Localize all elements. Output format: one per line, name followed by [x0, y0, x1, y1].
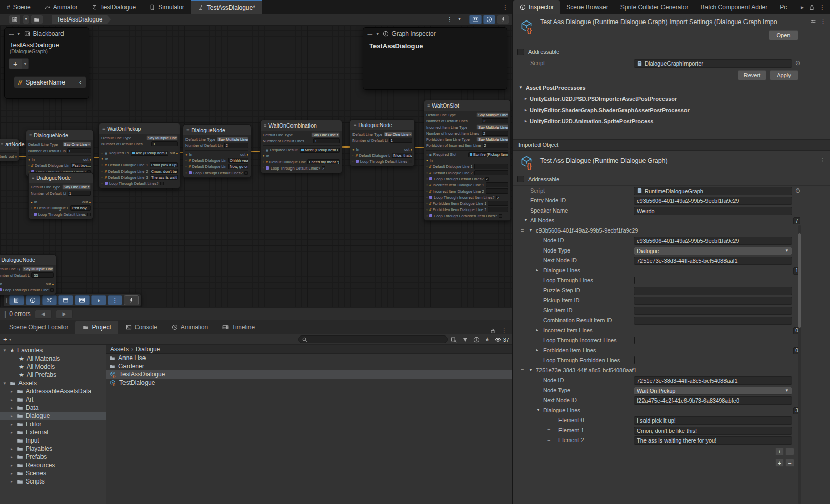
text-input[interactable] [474, 170, 508, 175]
object-field[interactable]: Meat (Pickup Item Data)⊙ [300, 148, 340, 153]
number-input[interactable]: 1 [67, 148, 91, 153]
info-icon[interactable] [473, 337, 480, 343]
checkbox[interactable] [499, 214, 502, 218]
node-foldout-7251e73e[interactable]: =▼7251e73e-38d3-44ff-a8c5-bcf54088aaf1 [513, 366, 830, 376]
enum-dropdown[interactable]: Wait On Pickup▼ [634, 387, 792, 395]
tree-item-playables[interactable]: ▸Playables [0, 445, 106, 453]
field-value-input[interactable]: 7251e73e-38d3-44ff-a8c5-bcf54088aaf1 [634, 376, 792, 385]
array-remove-button[interactable]: − [785, 459, 794, 467]
foldout-open-icon[interactable]: ▼ [529, 228, 533, 233]
more-tabs-icon[interactable]: ▸ [801, 4, 804, 11]
checkbox[interactable]: ✓ [322, 166, 325, 170]
object-picker-icon[interactable]: ⊙ [795, 187, 800, 194]
text-input[interactable]: Now, go on, s [228, 164, 248, 169]
previous-error-button[interactable]: ◀ [35, 310, 52, 319]
node-waitonpickup[interactable]: ≡WaitOnPickupDefault Line TypeSay Multip… [99, 123, 180, 188]
graph-breadcrumb[interactable]: TestAssDialogue [52, 15, 111, 24]
field-value-input[interactable] [634, 297, 792, 305]
next-error-button[interactable]: ▶ [56, 310, 73, 319]
enum-dropdown[interactable]: Say One Line▾ [311, 132, 340, 137]
field-value-input[interactable] [634, 317, 792, 325]
field-value-input[interactable] [634, 307, 792, 315]
foldout-open-icon[interactable]: ▼ [536, 408, 541, 412]
tree-item-art[interactable]: ▸Art [0, 395, 106, 404]
drag-handle-icon[interactable]: = [521, 227, 524, 234]
drag-handle-icon[interactable]: == [9, 31, 14, 37]
node-waitoncombination[interactable]: ≡WaitOnCombinationDefault Line TypeSay O… [260, 120, 342, 173]
tree-item-editor[interactable]: ▸Editor [0, 420, 106, 428]
kebab-icon[interactable]: ⋮ [502, 4, 508, 10]
element-value-input[interactable]: I said pick it up! [634, 416, 792, 425]
enum-dropdown[interactable]: Say Multiple Lines▾ [22, 266, 54, 271]
fold-arrow-icon[interactable]: ▸ [9, 422, 14, 427]
element-value-input[interactable]: Cmon, don't be like this! [634, 427, 792, 435]
tree-item-scenes[interactable]: ▸Scenes [0, 469, 106, 477]
checkbox[interactable] [50, 288, 54, 292]
tree-item-dialogue[interactable]: ▸Dialogue [0, 412, 106, 420]
tree-item-scripts[interactable]: ▸Scripts [0, 477, 106, 486]
out-port[interactable]: out● [170, 151, 178, 155]
file-row-testassdialogue[interactable]: {}TestAssDialogue [106, 370, 512, 379]
toggle-window-button[interactable] [58, 295, 73, 305]
show-in-project-button[interactable] [31, 15, 43, 24]
foldout-open-icon[interactable]: ▼ [529, 368, 533, 372]
node-title-bar[interactable]: ≡WaitOnPickup [99, 123, 180, 134]
scrollbar-thumb[interactable] [798, 233, 801, 328]
number-input[interactable]: 1 [389, 138, 412, 143]
tree-item-prefabs[interactable]: ▸Prefabs [0, 453, 106, 461]
toggle-blackboard-button[interactable] [75, 295, 90, 305]
node-title-bar[interactable]: ≡DialogueNode [350, 120, 414, 130]
out-port[interactable]: out● [9, 154, 17, 159]
out-port[interactable]: out● [82, 200, 91, 204]
array-add-button[interactable]: + [775, 459, 784, 467]
fold-arrow-icon[interactable]: ▸ [9, 430, 14, 435]
tab-scene[interactable]: #Scene [0, 0, 37, 14]
text-input[interactable] [486, 188, 508, 194]
array-add-button[interactable]: + [775, 448, 784, 455]
dialogue-graph-canvas[interactable]: == ▼ Blackboard TestAssDialogue (Dialogu… [0, 26, 512, 307]
toggle-inspector-button[interactable] [26, 295, 40, 305]
add-property-button[interactable]: + [9, 58, 22, 69]
fold-arrow-icon[interactable]: ▸ [9, 479, 14, 484]
number-input[interactable]: 2 [482, 118, 508, 123]
array-remove-button[interactable]: − [785, 448, 794, 455]
collapse-left-icon[interactable]: ‹ [79, 79, 81, 86]
fold-arrow-icon[interactable]: ▸ [9, 414, 14, 418]
graph-inspector-panel[interactable]: == ▼ Graph Inspector TestAssDialogue [363, 27, 507, 90]
search-save-icon[interactable] [451, 337, 457, 343]
toggle-blackboard-button[interactable] [469, 15, 482, 24]
create-asset-dropdown-icon[interactable]: ▼ [9, 338, 12, 341]
checkbox[interactable] [409, 160, 412, 163]
file-row-testdialogue[interactable]: {}TestDialogue [106, 379, 512, 387]
text-input[interactable]: The ass is waiting there for y [150, 175, 178, 180]
node-dialoguenode[interactable]: ≡DialogueNodeDefault Line TypeSay Multip… [183, 124, 251, 178]
tree-item-assets[interactable]: ▼Assets [0, 379, 106, 387]
enum-dropdown[interactable]: Dialogue▼ [634, 247, 792, 255]
text-input[interactable]: I said pick it up! [150, 162, 178, 167]
foldout-closed-icon[interactable]: ▸ [536, 348, 538, 352]
text-input[interactable] [486, 182, 508, 187]
create-asset-button[interactable]: + [3, 335, 7, 343]
foldout-closed-icon[interactable]: ▸ [536, 328, 538, 332]
text-input[interactable] [474, 164, 508, 169]
save-button[interactable] [9, 15, 21, 24]
text-input[interactable] [488, 201, 508, 206]
collapse-icon[interactable]: ▼ [376, 32, 380, 36]
text-input[interactable]: Psst boy,...W [70, 205, 91, 211]
fold-arrow-icon[interactable]: ▸ [9, 471, 14, 476]
node-waitonslot[interactable]: ≡WaitOnSlotDefault Line TypeSay Multiple… [424, 100, 511, 221]
drag-handle-icon[interactable]: == [367, 31, 372, 37]
node-title-bar[interactable]: ≡artNode [0, 139, 19, 150]
tab-batch-component-adder[interactable]: Batch Component Adder [694, 0, 774, 14]
checkbox[interactable] [634, 356, 635, 364]
toggle-minimap-button[interactable]: ◑ [91, 295, 106, 305]
postprocessor-shadergraphassetpostprocessor[interactable]: ▸UnityEditor.ShaderGraph.ShaderGraphAsse… [513, 104, 830, 116]
node-dialoguenode[interactable]: ≡DialogueNodeDefault Line TypeSay One Li… [350, 119, 415, 166]
text-input[interactable]: Cmon, don't be like this! [150, 169, 178, 174]
number-input[interactable]: -55 [31, 272, 54, 278]
fold-arrow-icon[interactable]: ▼ [2, 348, 7, 353]
enum-dropdown[interactable]: Say Multiple Lines▾ [476, 137, 508, 142]
number-input[interactable]: 2 [224, 143, 248, 148]
checkbox[interactable] [87, 213, 91, 216]
lock-icon[interactable] [490, 328, 496, 334]
